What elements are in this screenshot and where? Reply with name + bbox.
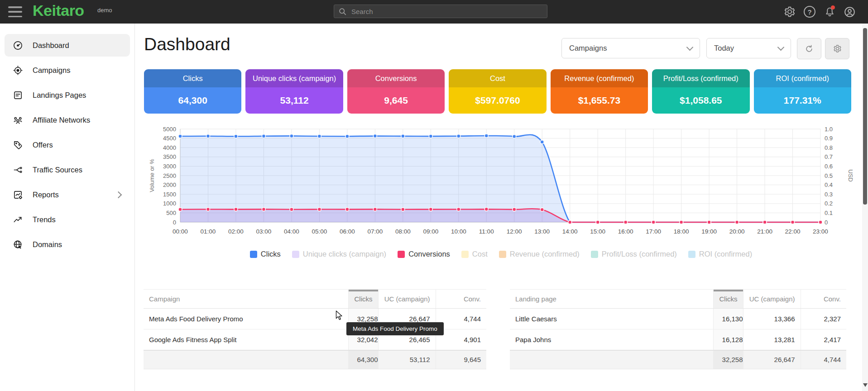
point-conversions <box>401 208 405 211</box>
row-name-cell[interactable]: Little Caesars <box>510 309 713 329</box>
stat-card-label: ROI (confirmed) <box>754 69 851 87</box>
svg-text:5000: 5000 <box>163 126 176 133</box>
svg-text:0.1: 0.1 <box>825 210 833 216</box>
legend-label: Revenue (confirmed) <box>510 250 580 258</box>
point-conversions <box>819 220 822 224</box>
stat-card-label: Conversions <box>347 69 445 87</box>
search-input[interactable] <box>350 7 542 16</box>
point-clicks <box>345 134 349 138</box>
totals-cell: 32,258 <box>713 350 743 369</box>
row-name-cell[interactable]: Meta Ads Food Delivery Promo <box>144 309 348 329</box>
table-row[interactable]: Papa Johns16,12813,2812,417 <box>510 329 846 350</box>
row-value-cell: 13,281 <box>743 329 801 350</box>
column-header-clicks[interactable]: Clicks <box>713 290 743 309</box>
stat-card-unique-clicks-campaign: Unique clicks (campaign)53,112 <box>245 69 343 114</box>
column-header-conv[interactable]: Conv. <box>436 290 486 309</box>
stat-card-value: $1,655.73 <box>551 87 648 114</box>
sidebar-item-domains[interactable]: Domains <box>5 233 130 256</box>
demo-badge: demo <box>97 7 112 14</box>
date-range-select[interactable]: Today <box>706 38 791 58</box>
refresh-button[interactable] <box>797 38 821 59</box>
chevron-right-icon <box>115 191 122 198</box>
sidebar-item-label: Traffic Sources <box>33 166 82 174</box>
table-row[interactable]: Little Caesars16,13013,3662,327 <box>510 309 846 329</box>
legend-item-revenue-confirmed[interactable]: Revenue (confirmed) <box>499 250 580 258</box>
sidebar-item-label: Affiliate Networks <box>33 116 90 124</box>
point-conversions <box>262 207 265 211</box>
column-header-uc-campaign[interactable]: UC (campaign) <box>378 290 436 309</box>
svg-text:4000: 4000 <box>163 144 176 151</box>
landing-document-icon <box>12 90 23 100</box>
row-name-cell[interactable]: Papa Johns <box>510 329 713 350</box>
stat-card-value: 9,645 <box>347 87 445 114</box>
stat-card-value: 177.31% <box>754 87 851 114</box>
domains-globe-icon <box>12 239 23 250</box>
widget-settings-button[interactable] <box>825 38 849 59</box>
user-account-icon[interactable] <box>843 5 856 19</box>
svg-text:20:00: 20:00 <box>729 228 745 235</box>
sidebar-item-campaigns[interactable]: Campaigns <box>5 59 130 81</box>
settings-gear-icon[interactable] <box>783 5 796 19</box>
help-icon[interactable]: ? <box>803 5 816 19</box>
point-clicks <box>484 134 488 138</box>
point-conversions <box>234 208 238 211</box>
sidebar-item-landings-pages[interactable]: Landings Pages <box>5 84 130 106</box>
point-clicks <box>401 134 405 138</box>
svg-text:19:00: 19:00 <box>701 228 717 235</box>
legend-item-profit-loss-confirmed[interactable]: Profit/Loss (confirmed) <box>591 250 677 258</box>
column-header-conv[interactable]: Conv. <box>801 290 846 309</box>
mouse-cursor <box>336 310 344 322</box>
menu-toggle-icon[interactable] <box>8 6 22 17</box>
global-search[interactable] <box>334 5 547 18</box>
campaign-filter-select[interactable]: Campaigns <box>561 38 700 58</box>
point-clicks <box>178 134 182 138</box>
offer-tag-icon <box>12 139 23 150</box>
svg-text:0.6: 0.6 <box>825 163 833 170</box>
dashboard-gauge-icon <box>12 40 23 51</box>
notifications-bell-icon[interactable] <box>823 5 836 19</box>
svg-text:21:00: 21:00 <box>757 228 772 235</box>
column-header-uc-campaign[interactable]: UC (campaign) <box>743 290 801 309</box>
column-header-landing-page[interactable]: Landing page <box>510 290 713 309</box>
scrollbar-down-arrow[interactable] <box>863 383 868 389</box>
row-value-cell: 2,327 <box>801 309 846 329</box>
chevron-down-icon <box>686 43 694 51</box>
sidebar-item-traffic-sources[interactable]: Traffic Sources <box>5 158 130 181</box>
legend-item-unique-clicks-campaign[interactable]: Unique clicks (campaign) <box>292 250 386 258</box>
notification-dot <box>831 5 835 10</box>
sidebar-item-dashboard[interactable]: Dashboard <box>5 34 130 57</box>
sidebar-item-affiliate-networks[interactable]: Affiliate Networks <box>5 109 130 131</box>
sidebar-item-trends[interactable]: Trends <box>5 208 130 231</box>
point-conversions <box>707 220 711 224</box>
dashboard-chart: 5000450040003500300025002000150010005000… <box>144 121 858 240</box>
sidebar-item-label: Campaigns <box>33 66 70 75</box>
svg-text:18:00: 18:00 <box>674 228 689 235</box>
legend-swatch <box>292 251 299 258</box>
legend-item-clicks[interactable]: Clicks <box>250 250 281 258</box>
sidebar-item-reports[interactable]: Reports <box>5 183 130 206</box>
svg-text:23:00: 23:00 <box>813 228 828 235</box>
traffic-branch-icon <box>12 164 23 175</box>
svg-text:01:00: 01:00 <box>201 228 216 235</box>
sidebar-item-offers[interactable]: Offers <box>5 134 130 156</box>
row-name-cell[interactable]: Google Ads Fitness App Split <box>144 329 348 350</box>
svg-text:0: 0 <box>825 219 828 226</box>
legend-label: Profit/Loss (confirmed) <box>602 250 677 258</box>
page-scrollbar[interactable] <box>862 24 868 391</box>
column-header-clicks[interactable]: Clicks <box>348 290 378 309</box>
sidebar-item-label: Landings Pages <box>33 91 86 100</box>
legend-item-cost[interactable]: Cost <box>461 250 488 258</box>
scrollbar-thumb[interactable] <box>863 28 867 205</box>
column-header-campaign[interactable]: Campaign <box>144 290 348 309</box>
reports-chart-icon <box>12 189 23 200</box>
point-conversions <box>178 208 182 211</box>
totals-cell <box>144 350 348 369</box>
point-clicks <box>540 140 544 144</box>
search-icon <box>339 8 346 15</box>
row-tooltip: Meta Ads Food Delivery Promo <box>346 322 444 335</box>
legend-label: ROI (confirmed) <box>699 250 752 258</box>
point-conversions <box>513 208 516 211</box>
legend-item-conversions[interactable]: Conversions <box>398 250 450 258</box>
legend-item-roi-confirmed[interactable]: ROI (confirmed) <box>688 250 752 258</box>
row-value-cell: 13,366 <box>743 309 801 329</box>
